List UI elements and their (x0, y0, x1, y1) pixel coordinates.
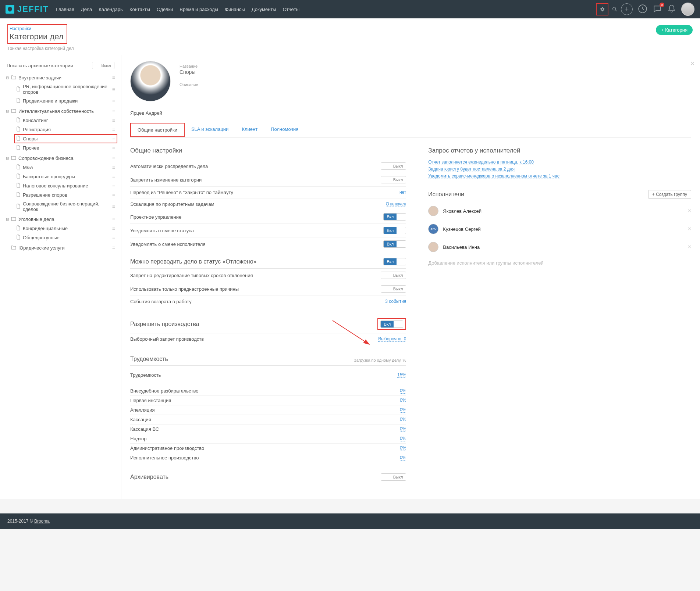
drag-icon[interactable]: ≡ (112, 226, 115, 232)
postpone-toggle[interactable]: Вкл (383, 258, 406, 265)
drag-icon[interactable]: ≡ (112, 204, 115, 209)
setting-toggle[interactable]: Вкл (383, 240, 406, 248)
setting-link[interactable]: 3 события (385, 299, 406, 304)
create-group-button[interactable]: + Создать группу (648, 190, 691, 199)
setting-toggle[interactable]: Выкл (381, 285, 406, 293)
setting-link[interactable]: Выборочно: 0 (378, 336, 406, 342)
drag-icon[interactable]: ≡ (112, 216, 115, 222)
add-icon[interactable]: + (621, 3, 633, 15)
tree-item[interactable]: Разрешение споров≡ (14, 190, 117, 200)
folder-icon (11, 155, 16, 161)
tree-item[interactable]: Прочее≡ (14, 143, 117, 153)
nav-Контакты[interactable]: Контакты (129, 7, 150, 12)
setting-link[interactable]: Отключен (386, 201, 406, 207)
tree-item[interactable]: Споры≡ (14, 134, 117, 143)
nav-Дела[interactable]: Дела (81, 7, 92, 12)
tab[interactable]: Полномочия (264, 123, 305, 137)
setting-link[interactable]: 0% (400, 388, 406, 394)
executor-add-placeholder[interactable]: Добавление исполнителя или группы исполн… (428, 256, 691, 270)
executor-avatar[interactable] (428, 206, 438, 216)
archive-toggle[interactable]: Выкл (92, 62, 114, 69)
drag-icon[interactable]: ≡ (112, 127, 115, 133)
nav-Время и расходы[interactable]: Время и расходы (180, 7, 218, 12)
tree-group[interactable]: Юридические услуги≡ (4, 243, 117, 252)
user-avatar[interactable] (681, 3, 694, 16)
setting-toggle[interactable]: Выкл (381, 162, 406, 170)
chat-icon[interactable]: 0 (653, 4, 662, 15)
drag-icon[interactable]: ≡ (112, 98, 115, 104)
executor-avatar[interactable] (428, 242, 438, 252)
bell-icon[interactable] (667, 4, 676, 14)
clock-icon[interactable] (638, 4, 647, 15)
drag-icon[interactable]: ≡ (112, 145, 115, 151)
nav-Сделки[interactable]: Сделки (157, 7, 173, 12)
footer-brand[interactable]: Brooma (34, 519, 50, 524)
tree-item[interactable]: Продвижение и продажи≡ (14, 96, 117, 105)
nav-Главная[interactable]: Главная (56, 7, 74, 12)
setting-toggle[interactable]: Выкл (381, 176, 406, 183)
drag-icon[interactable]: ≡ (112, 118, 115, 123)
breadcrumb-link[interactable]: Настройки (10, 26, 31, 31)
tree-item[interactable]: Конфиденциальные≡ (14, 224, 117, 233)
tree-group[interactable]: ⊟Сопровождение бизнеса≡ (4, 153, 117, 163)
drag-icon[interactable]: ≡ (112, 174, 115, 180)
logo[interactable]: JEFFIT (6, 4, 49, 14)
nav-Календарь[interactable]: Календарь (99, 7, 123, 12)
tree-item[interactable]: Консалтинг≡ (14, 116, 117, 125)
report-link[interactable]: Отчет заполняется еженедельно в пятница,… (428, 160, 534, 165)
nav-Финансы[interactable]: Финансы (225, 7, 245, 12)
tree-item[interactable]: Регистрация≡ (14, 125, 117, 134)
drag-icon[interactable]: ≡ (112, 86, 115, 92)
tree-group[interactable]: ⊟Интеллектуальная собственность≡ (4, 106, 117, 116)
settings-icon[interactable] (596, 3, 608, 15)
drag-icon[interactable]: ≡ (112, 108, 115, 114)
setting-link[interactable]: 0% (400, 417, 406, 422)
drag-icon[interactable]: ≡ (112, 165, 115, 171)
allow-prod-toggle[interactable]: Вкл (380, 320, 403, 328)
tree-item[interactable]: Сопровождение бизнес-операций, сделок≡ (14, 200, 117, 214)
setting-link[interactable]: 0% (400, 436, 406, 441)
remove-icon[interactable]: × (688, 226, 691, 232)
tree-group[interactable]: ⊟Уголовные дела≡ (4, 214, 117, 224)
close-icon[interactable]: × (690, 59, 695, 68)
setting-link[interactable]: 0% (400, 455, 406, 461)
report-link[interactable]: Уведомить сервис-менеджера о незаполненн… (428, 173, 559, 179)
tree-item[interactable]: Налоговое консультирование≡ (14, 181, 117, 190)
setting-link[interactable]: нет (399, 190, 406, 195)
drag-icon[interactable]: ≡ (112, 183, 115, 189)
setting-link[interactable]: 15% (397, 372, 406, 378)
tab[interactable]: Клиент (235, 123, 264, 137)
category-avatar[interactable] (130, 61, 171, 101)
search-icon[interactable] (608, 3, 621, 15)
tab[interactable]: Общие настройки (131, 123, 184, 136)
tree-item[interactable]: PR, информационное сопровождение споров≡ (14, 82, 117, 96)
setting-link[interactable]: 0% (400, 445, 406, 451)
name-value[interactable]: Споры (180, 69, 691, 75)
nav-Отчёты[interactable]: Отчёты (283, 7, 299, 12)
remove-icon[interactable]: × (688, 244, 691, 250)
setting-toggle[interactable]: Вкл (383, 213, 406, 221)
drag-icon[interactable]: ≡ (112, 136, 115, 142)
setting-link[interactable]: 0% (400, 407, 406, 413)
report-link[interactable]: Задача юристу будет поставлена за 2 дня (428, 166, 515, 172)
drag-icon[interactable]: ≡ (112, 75, 115, 80)
drag-icon[interactable]: ≡ (112, 192, 115, 198)
setting-link[interactable]: 0% (400, 426, 406, 432)
drag-icon[interactable]: ≡ (112, 155, 115, 161)
owner-name[interactable]: Ярцев Андрей (130, 110, 162, 116)
executor-avatar[interactable]: ABV (428, 224, 438, 234)
setting-link[interactable]: 0% (400, 398, 406, 403)
tree-item[interactable]: M&A≡ (14, 163, 117, 172)
tree-item[interactable]: Банкротные процедуры≡ (14, 172, 117, 181)
add-category-button[interactable]: + Категория (656, 25, 693, 35)
remove-icon[interactable]: × (688, 208, 691, 214)
tree-item[interactable]: Общедоступные≡ (14, 233, 117, 242)
tab[interactable]: SLA и эскалации (185, 123, 235, 137)
nav-Документы[interactable]: Документы (252, 7, 276, 12)
drag-icon[interactable]: ≡ (112, 245, 115, 251)
setting-toggle[interactable]: Вкл (383, 227, 406, 234)
drag-icon[interactable]: ≡ (112, 235, 115, 241)
tree-group[interactable]: ⊟Внутренние задачи≡ (4, 73, 117, 82)
setting-toggle[interactable]: Выкл (381, 272, 406, 279)
archive-sec-toggle[interactable]: Выкл (381, 473, 406, 481)
